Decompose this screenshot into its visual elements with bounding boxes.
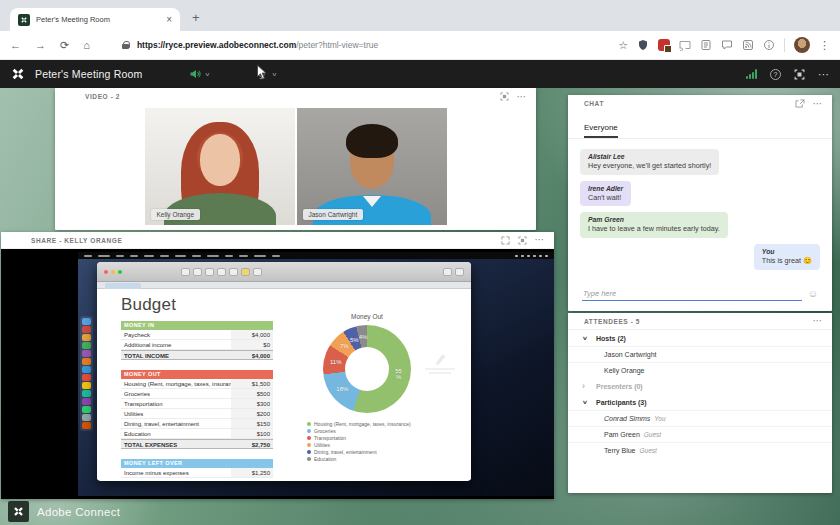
budget-row-value: $100 <box>231 429 273 438</box>
legend-color-dot <box>307 436 311 440</box>
window-toolbar-right <box>443 268 464 276</box>
chat-bubble-icon[interactable] <box>721 39 733 51</box>
chat-pod-menu-icon[interactable]: ⋯ <box>813 101 824 107</box>
share-pod-header: SHARE - KELLY ORANGE ⋯ <box>1 232 554 249</box>
video-nametag: Kelly Orange <box>151 209 201 220</box>
status-icon <box>545 255 548 257</box>
forward-icon[interactable]: → <box>35 39 46 51</box>
attendee-group-header[interactable]: ∨Participants (3) <box>568 394 832 410</box>
menu-bar-status-icons <box>515 255 548 257</box>
attendees-pod-menu-icon[interactable]: ⋯ <box>813 318 824 324</box>
menu-item <box>84 255 92 257</box>
speaker-control[interactable]: ∨ <box>189 68 211 80</box>
attendee-group-header[interactable]: ›Presenters (0) <box>568 378 832 394</box>
legend-label: Utilities <box>314 442 330 448</box>
chart-title: Money Out <box>285 313 449 320</box>
chat-sender: Irene Adler <box>588 185 623 192</box>
budget-row-value: $150 <box>231 419 273 428</box>
chat-input[interactable] <box>582 287 802 301</box>
budget-section-header: MONEY IN <box>121 321 273 330</box>
attendee-row[interactable]: Pam GreenGuest <box>568 426 832 442</box>
info-icon[interactable] <box>763 39 775 51</box>
pod-fullscreen-icon[interactable] <box>500 92 509 101</box>
menu-item <box>272 255 280 257</box>
emoji-picker-icon[interactable]: ☺ <box>808 289 818 299</box>
chart-legend-item: Education <box>307 455 449 462</box>
toolbar-button <box>241 268 250 276</box>
attendee-badge: Guest <box>640 447 657 454</box>
budget-row-label: Utilities <box>121 409 231 418</box>
meeting-title: Peter's Meeting Room <box>35 68 143 80</box>
browser-menu-icon[interactable]: ⋮ <box>819 39 830 52</box>
chat-message-list[interactable]: Alistair LeeHey everyone, we'll get star… <box>568 139 832 281</box>
chat-sender: Alistair Lee <box>588 153 711 160</box>
chart-slice-label: 7% <box>340 343 349 349</box>
attendee-row[interactable]: Terry BlueGuest <box>568 442 832 458</box>
chat-text: Can't wait! <box>588 193 623 203</box>
connection-signal-icon[interactable] <box>746 69 757 79</box>
chat-text: This is great 😊 <box>762 256 812 266</box>
pencil-icon <box>434 353 446 365</box>
menu-item <box>207 255 219 257</box>
budget-row: Transportation$300 <box>121 399 273 409</box>
url-field[interactable]: https://ryce.preview.adobeconnect.com/pe… <box>137 40 618 50</box>
attendee-group-header[interactable]: ∨Hosts (2) <box>568 330 832 346</box>
chevron-down-icon: ∨ <box>582 335 589 341</box>
profile-avatar[interactable] <box>794 37 810 53</box>
chart-legend-item: Transportation <box>307 434 449 441</box>
pop-out-icon[interactable] <box>795 99 805 108</box>
attendee-badge: You <box>654 415 665 422</box>
attendee-row[interactable]: Conrad SimmsYou <box>568 410 832 426</box>
chart-slice-label: 4% <box>359 334 368 340</box>
legend-color-dot <box>307 422 311 426</box>
window-zoom-icon <box>118 270 122 274</box>
dock-icon <box>82 342 91 349</box>
legend-label: Transportation <box>314 435 346 441</box>
attendee-name: Pam Green <box>604 431 640 438</box>
attendees-pod: ATTENDEES - 5 ⋯ ∨Hosts (2)Jason Cartwrig… <box>568 313 832 493</box>
attendee-row[interactable]: Jason Cartwright <box>568 346 832 362</box>
back-icon[interactable]: ← <box>10 39 21 51</box>
fullscreen-icon[interactable] <box>794 69 805 80</box>
cast-icon[interactable] <box>679 39 691 51</box>
chart-slice-label: 11% <box>330 359 342 365</box>
menu-item <box>130 255 138 257</box>
pod-expand-icon[interactable] <box>501 236 510 245</box>
toolbar-button <box>205 268 214 276</box>
rss-icon[interactable] <box>742 39 754 51</box>
help-icon[interactable]: ? <box>770 69 781 80</box>
chat-message: Irene AdlerCan't wait! <box>580 181 820 207</box>
budget-total-row: TOTAL INCOME$4,000 <box>121 350 273 360</box>
pin-extension-icon[interactable] <box>658 39 670 51</box>
screen: Peter's Meeting Room × + ← → ⟳ ⌂ https:/… <box>0 0 840 525</box>
pod-fullscreen-icon[interactable] <box>518 236 527 245</box>
share-pod-menu-icon[interactable]: ⋯ <box>535 237 546 243</box>
menu-item <box>116 255 124 257</box>
budget-row-value: $1,250 <box>231 468 273 477</box>
chevron-right-icon: › <box>582 381 589 391</box>
legend-color-dot <box>307 443 311 447</box>
new-tab-button[interactable]: + <box>192 10 200 25</box>
chevron-down-icon: ∨ <box>582 399 589 405</box>
bookmark-star-icon[interactable]: ☆ <box>618 39 628 52</box>
budget-total-label: TOTAL INCOME <box>121 351 231 359</box>
chart-legend-item: Dining, travel, entertainment <box>307 448 449 455</box>
meeting-menu-icon[interactable]: ⋯ <box>818 68 830 81</box>
chat-message: Alistair LeeHey everyone, we'll get star… <box>580 149 820 175</box>
home-icon[interactable]: ⌂ <box>83 39 90 51</box>
budget-row: Income minus expenses$1,250 <box>121 468 273 478</box>
status-icon <box>527 255 530 257</box>
reload-icon[interactable]: ⟳ <box>60 39 69 52</box>
book-icon[interactable] <box>700 39 712 51</box>
browser-tab[interactable]: Peter's Meeting Room × <box>10 8 180 31</box>
shield-extension-icon[interactable] <box>637 39 649 51</box>
tab-close-icon[interactable]: × <box>166 14 172 25</box>
brand-name: Adobe Connect <box>37 506 120 518</box>
chat-tab-everyone[interactable]: Everyone <box>584 123 618 138</box>
video-pod-menu-icon[interactable]: ⋯ <box>517 94 528 100</box>
attendee-row[interactable]: Kelly Orange <box>568 362 832 378</box>
meeting-toolbar-right: ? ⋯ <box>746 68 830 81</box>
dock-icon <box>82 318 91 325</box>
document-watermark <box>423 353 457 376</box>
chat-text: I have to leave a few minutes early toda… <box>588 224 720 234</box>
